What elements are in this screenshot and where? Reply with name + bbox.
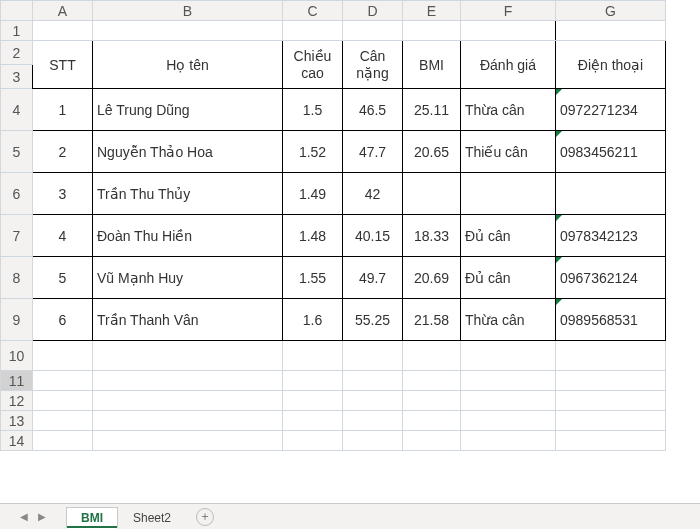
row-head-1[interactable]: 1	[1, 21, 33, 41]
cell-g14[interactable]	[556, 431, 666, 451]
cell-d10[interactable]	[343, 341, 403, 371]
cell-cn-4[interactable]: 40.15	[343, 215, 403, 257]
cell-bmi-5[interactable]: 20.69	[403, 257, 461, 299]
row-head-12[interactable]: 12	[1, 391, 33, 411]
cell-name-5[interactable]: Vũ Mạnh Huy	[93, 257, 283, 299]
cell-stt-6[interactable]: 6	[33, 299, 93, 341]
row-head-4[interactable]: 4	[1, 89, 33, 131]
row-head-8[interactable]: 8	[1, 257, 33, 299]
row-head-7[interactable]: 7	[1, 215, 33, 257]
cell-f11[interactable]	[461, 371, 556, 391]
row-head-9[interactable]: 9	[1, 299, 33, 341]
cell-d12[interactable]	[343, 391, 403, 411]
col-head-a[interactable]: A	[33, 1, 93, 21]
cell-a12[interactable]	[33, 391, 93, 411]
cell-name-4[interactable]: Đoàn Thu Hiền	[93, 215, 283, 257]
cell-stt-4[interactable]: 4	[33, 215, 93, 257]
sheet-tab-bmi[interactable]: BMI	[66, 507, 118, 529]
cell-dt-4[interactable]: 0978342123	[556, 215, 666, 257]
add-sheet-button[interactable]: ＋	[196, 508, 214, 526]
cell-name-6[interactable]: Trần Thanh Vân	[93, 299, 283, 341]
nav-next-icon[interactable]: ▶	[38, 511, 46, 522]
col-head-c[interactable]: C	[283, 1, 343, 21]
row-head-3[interactable]: 3	[1, 65, 33, 89]
col-head-b[interactable]: B	[93, 1, 283, 21]
cell-g10[interactable]	[556, 341, 666, 371]
cell-d13[interactable]	[343, 411, 403, 431]
cell-dg-1[interactable]: Thừa cân	[461, 89, 556, 131]
cell-stt-3[interactable]: 3	[33, 173, 93, 215]
cell-name-1[interactable]: Lê Trung Dũng	[93, 89, 283, 131]
cell-dt-2[interactable]: 0983456211	[556, 131, 666, 173]
cell-a11[interactable]	[33, 371, 93, 391]
header-chieu-cao[interactable]: Chiều cao	[283, 41, 343, 89]
cell-stt-2[interactable]: 2	[33, 131, 93, 173]
cell-e10[interactable]	[403, 341, 461, 371]
cell-c1[interactable]	[283, 21, 343, 41]
cell-bmi-2[interactable]: 20.65	[403, 131, 461, 173]
cell-d1[interactable]	[343, 21, 403, 41]
cell-c13[interactable]	[283, 411, 343, 431]
cell-cn-6[interactable]: 55.25	[343, 299, 403, 341]
cell-bmi-6[interactable]: 21.58	[403, 299, 461, 341]
cell-bmi-1[interactable]: 25.11	[403, 89, 461, 131]
cell-cc-6[interactable]: 1.6	[283, 299, 343, 341]
cell-cc-2[interactable]: 1.52	[283, 131, 343, 173]
cell-dt-5[interactable]: 0967362124	[556, 257, 666, 299]
cell-b13[interactable]	[93, 411, 283, 431]
cell-c14[interactable]	[283, 431, 343, 451]
col-head-g[interactable]: G	[556, 1, 666, 21]
cell-a10[interactable]	[33, 341, 93, 371]
cell-dt-3[interactable]	[556, 173, 666, 215]
cell-a14[interactable]	[33, 431, 93, 451]
cell-f13[interactable]	[461, 411, 556, 431]
col-head-f[interactable]: F	[461, 1, 556, 21]
cell-cc-5[interactable]: 1.55	[283, 257, 343, 299]
cell-e11[interactable]	[403, 371, 461, 391]
select-all-corner[interactable]	[1, 1, 33, 21]
cell-f1[interactable]	[461, 21, 556, 41]
cell-b12[interactable]	[93, 391, 283, 411]
cell-a1[interactable]	[33, 21, 93, 41]
col-head-e[interactable]: E	[403, 1, 461, 21]
cell-e14[interactable]	[403, 431, 461, 451]
cell-e1[interactable]	[403, 21, 461, 41]
cell-e12[interactable]	[403, 391, 461, 411]
nav-prev-icon[interactable]: ◀	[20, 511, 28, 522]
cell-d14[interactable]	[343, 431, 403, 451]
cell-dg-4[interactable]: Đủ cân	[461, 215, 556, 257]
cell-dg-5[interactable]: Đủ cân	[461, 257, 556, 299]
cell-b11[interactable]	[93, 371, 283, 391]
header-can-nang[interactable]: Cân nặng	[343, 41, 403, 89]
cell-cn-2[interactable]: 47.7	[343, 131, 403, 173]
cell-cc-1[interactable]: 1.5	[283, 89, 343, 131]
cell-c10[interactable]	[283, 341, 343, 371]
cell-bmi-4[interactable]: 18.33	[403, 215, 461, 257]
row-head-11[interactable]: 11	[1, 371, 33, 391]
row-head-13[interactable]: 13	[1, 411, 33, 431]
cell-c11[interactable]	[283, 371, 343, 391]
header-ho-ten[interactable]: Họ tên	[93, 41, 283, 89]
header-dien-thoai[interactable]: Điện thoại	[556, 41, 666, 89]
cell-cn-3[interactable]: 42	[343, 173, 403, 215]
cell-cn-1[interactable]: 46.5	[343, 89, 403, 131]
cell-b1[interactable]	[93, 21, 283, 41]
cell-f12[interactable]	[461, 391, 556, 411]
cell-cc-4[interactable]: 1.48	[283, 215, 343, 257]
cell-stt-5[interactable]: 5	[33, 257, 93, 299]
header-danh-gia[interactable]: Đánh giá	[461, 41, 556, 89]
cell-name-3[interactable]: Trần Thu Thủy	[93, 173, 283, 215]
col-head-d[interactable]: D	[343, 1, 403, 21]
cell-dg-3[interactable]	[461, 173, 556, 215]
sheet-tab-sheet2[interactable]: Sheet2	[118, 507, 186, 528]
row-head-14[interactable]: 14	[1, 431, 33, 451]
header-bmi[interactable]: BMI	[403, 41, 461, 89]
cell-dg-2[interactable]: Thiếu cân	[461, 131, 556, 173]
header-stt[interactable]: STT	[33, 41, 93, 89]
cell-d11[interactable]	[343, 371, 403, 391]
cell-g11[interactable]	[556, 371, 666, 391]
cell-f10[interactable]	[461, 341, 556, 371]
cell-cc-3[interactable]: 1.49	[283, 173, 343, 215]
cell-dg-6[interactable]: Thừa cân	[461, 299, 556, 341]
row-head-5[interactable]: 5	[1, 131, 33, 173]
